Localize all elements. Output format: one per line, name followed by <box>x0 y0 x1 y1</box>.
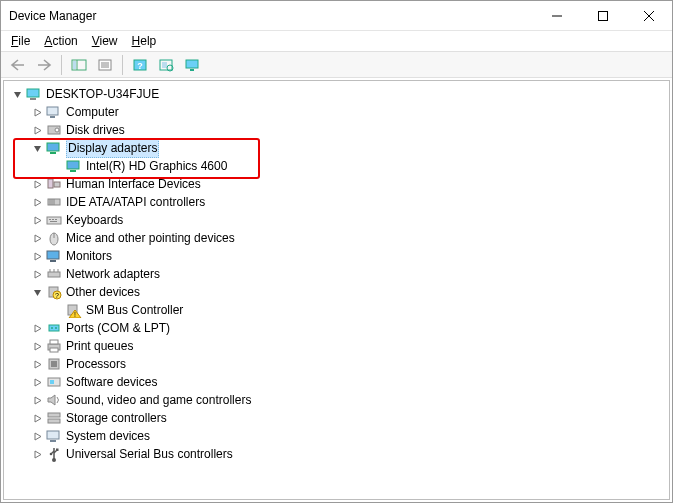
tree-item-label: Universal Serial Bus controllers <box>66 445 233 463</box>
tree-item-software[interactable]: Software devices <box>4 373 669 391</box>
svg-rect-26 <box>67 161 79 169</box>
forward-button[interactable] <box>32 53 56 77</box>
menu-view[interactable]: View <box>92 34 118 48</box>
expand-toggle[interactable] <box>30 393 44 407</box>
expand-toggle[interactable] <box>30 429 44 443</box>
tree-item-system[interactable]: System devices <box>4 427 669 445</box>
tree-item-processors[interactable]: Processors <box>4 355 669 373</box>
expand-toggle[interactable] <box>30 231 44 245</box>
toolbar: ? <box>1 51 672 78</box>
device-tree[interactable]: DESKTOP-U34FJUE Computer Disk drives Dis… <box>3 80 670 500</box>
tree-item-display-adapter-child[interactable]: Intel(R) HD Graphics 4600 <box>4 157 669 175</box>
tree-item-usb[interactable]: Universal Serial Bus controllers <box>4 445 669 463</box>
expand-toggle[interactable] <box>30 285 44 299</box>
menubar: File Action View Help <box>1 31 672 51</box>
svg-rect-24 <box>47 143 59 151</box>
tree-item-sm-bus[interactable]: ! SM Bus Controller <box>4 301 669 319</box>
svg-rect-36 <box>52 219 54 220</box>
svg-rect-37 <box>55 219 57 220</box>
back-button[interactable] <box>6 53 30 77</box>
svg-rect-27 <box>70 170 76 172</box>
tree-item-monitors[interactable]: Monitors <box>4 247 669 265</box>
hid-icon <box>46 176 62 192</box>
tree-root[interactable]: DESKTOP-U34FJUE <box>4 85 669 103</box>
expand-toggle[interactable] <box>30 411 44 425</box>
svg-rect-1 <box>599 11 608 20</box>
tree-item-disk-drives[interactable]: Disk drives <box>4 121 669 139</box>
tree-item-label: System devices <box>66 427 150 445</box>
help-icon: ? <box>132 58 148 72</box>
expand-toggle[interactable] <box>30 321 44 335</box>
tree-item-label: Processors <box>66 355 126 373</box>
warning-device-icon: ! <box>66 302 82 318</box>
expand-toggle[interactable] <box>30 177 44 191</box>
tree-item-mice[interactable]: Mice and other pointing devices <box>4 229 669 247</box>
expand-toggle[interactable] <box>30 195 44 209</box>
tree-item-label: Mice and other pointing devices <box>66 229 235 247</box>
tree-item-label: Monitors <box>66 247 112 265</box>
menu-action[interactable]: Action <box>44 34 77 48</box>
scan-hardware-button[interactable] <box>154 53 178 77</box>
minimize-button[interactable] <box>534 1 580 30</box>
scan-icon <box>158 58 174 72</box>
svg-rect-20 <box>47 107 58 115</box>
usb-icon <box>46 446 62 462</box>
expand-toggle[interactable] <box>30 213 44 227</box>
leaf-spacer <box>50 159 64 173</box>
tree-item-sound[interactable]: Sound, video and game controllers <box>4 391 669 409</box>
titlebar: Device Manager <box>1 1 672 31</box>
window-controls <box>534 1 672 30</box>
svg-rect-29 <box>54 182 60 187</box>
minimize-icon <box>552 11 562 21</box>
monitor-icon <box>184 58 200 72</box>
svg-rect-28 <box>48 179 53 188</box>
monitor-icon <box>46 248 62 264</box>
expand-toggle[interactable] <box>30 249 44 263</box>
display-adapter-icon <box>46 140 62 156</box>
svg-rect-59 <box>51 361 57 367</box>
svg-rect-62 <box>48 413 60 417</box>
tree-item-label: SM Bus Controller <box>86 301 183 319</box>
svg-point-54 <box>55 327 57 329</box>
tree-item-hid[interactable]: Human Interface Devices <box>4 175 669 193</box>
window-title: Device Manager <box>9 9 534 23</box>
tree-item-keyboards[interactable]: Keyboards <box>4 211 669 229</box>
tree-item-label: Software devices <box>66 373 157 391</box>
expand-toggle[interactable] <box>30 447 44 461</box>
tree-item-other-devices[interactable]: ? Other devices <box>4 283 669 301</box>
svg-rect-61 <box>50 380 54 384</box>
expand-toggle[interactable] <box>30 123 44 137</box>
help-button[interactable]: ? <box>128 53 152 77</box>
root-label: DESKTOP-U34FJUE <box>46 85 159 103</box>
tree-item-print-queues[interactable]: Print queues <box>4 337 669 355</box>
maximize-button[interactable] <box>580 1 626 30</box>
show-hide-tree-button[interactable] <box>67 53 91 77</box>
properties-button[interactable] <box>93 53 117 77</box>
expand-toggle[interactable] <box>30 141 44 155</box>
svg-rect-34 <box>47 217 61 224</box>
expand-toggle[interactable] <box>30 375 44 389</box>
svg-rect-64 <box>47 431 59 439</box>
expand-toggle[interactable] <box>10 87 24 101</box>
svg-rect-6 <box>73 61 76 69</box>
toolbar-separator <box>122 55 123 75</box>
other-device-icon: ? <box>46 284 62 300</box>
expand-toggle[interactable] <box>30 339 44 353</box>
menu-file[interactable]: File <box>11 34 30 48</box>
tree-item-display-adapters[interactable]: Display adapters <box>4 139 669 157</box>
tree-item-ports[interactable]: Ports (COM & LPT) <box>4 319 669 337</box>
computer-icon <box>46 104 62 120</box>
tree-item-ide[interactable]: IDE ATA/ATAPI controllers <box>4 193 669 211</box>
close-button[interactable] <box>626 1 672 30</box>
port-icon <box>46 320 62 336</box>
expand-toggle[interactable] <box>30 267 44 281</box>
menu-help[interactable]: Help <box>132 34 157 48</box>
tree-item-network[interactable]: Network adapters <box>4 265 669 283</box>
tree-item-computer[interactable]: Computer <box>4 103 669 121</box>
monitor-button[interactable] <box>180 53 204 77</box>
expand-toggle[interactable] <box>30 105 44 119</box>
tree-item-storage[interactable]: Storage controllers <box>4 409 669 427</box>
expand-toggle[interactable] <box>30 357 44 371</box>
svg-rect-14 <box>162 62 167 68</box>
cpu-icon <box>46 356 62 372</box>
